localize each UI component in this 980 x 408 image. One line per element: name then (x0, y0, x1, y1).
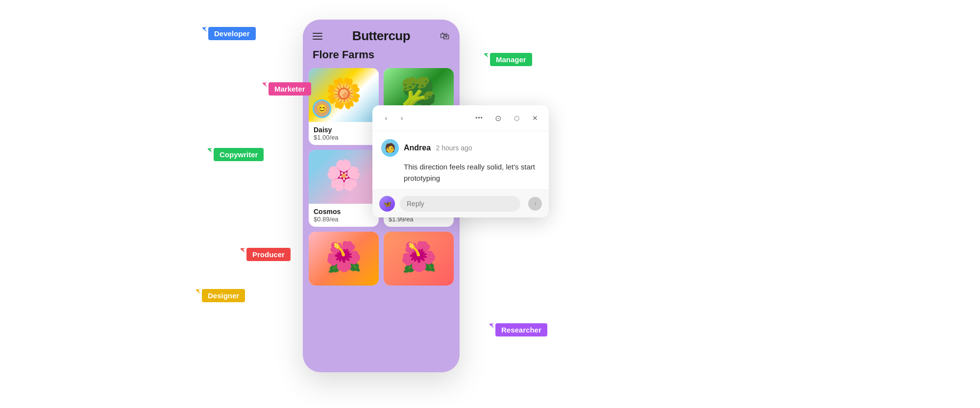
marketer-badge: Marketer (269, 82, 311, 96)
close-button[interactable]: ✕ (528, 111, 542, 125)
marketer-label: Marketer (274, 85, 305, 93)
bag-icon[interactable]: 🛍 (440, 30, 450, 42)
researcher-badge: Researcher (495, 323, 547, 336)
toolbar-navigation: ‹ › (379, 111, 409, 125)
comment-toolbar: ‹ › ••• ⊙ ⬡ ✕ (372, 105, 549, 131)
designer-cursor-icon (196, 288, 203, 295)
comment-author-row: 🧑 Andrea 2 hours ago (381, 139, 540, 157)
svg-marker-6 (490, 322, 496, 329)
comment-timestamp: 2 hours ago (436, 144, 472, 152)
developer-label: Developer (214, 29, 250, 38)
app-title: Buttercup (352, 28, 410, 44)
hamburger-menu[interactable] (313, 33, 322, 40)
comment-author-info: Andrea 2 hours ago (404, 144, 472, 152)
cosmos-image (309, 150, 379, 204)
user-avatar-daisy: 😊 (313, 99, 331, 118)
svg-marker-3 (484, 52, 490, 59)
product-card-daisy[interactable]: 😊 Daisy $1.00/ea (309, 68, 379, 145)
daisy-image: 😊 (309, 68, 379, 122)
comment-text: This direction feels really solid, let's… (404, 162, 540, 184)
product-card-cosmos[interactable]: Cosmos $0.89/ea (309, 150, 379, 227)
producer-badge: Producer (246, 248, 291, 261)
marketer-cursor-icon (263, 81, 270, 88)
svg-marker-2 (208, 147, 214, 154)
researcher-label: Researcher (501, 326, 541, 334)
copywriter-label: Copywriter (220, 150, 258, 159)
comment-body: 🧑 Andrea 2 hours ago This direction feel… (372, 131, 549, 190)
store-name: Flore Farms (303, 48, 460, 68)
reply-input-wrap (400, 196, 520, 212)
svg-marker-0 (202, 26, 209, 33)
comment-author-name: Andrea (404, 144, 431, 152)
cosmos-price: $0.89/ea (314, 216, 374, 223)
reply-user-avatar: 🦋 (379, 196, 395, 212)
send-icon: ↑ (534, 200, 537, 207)
bottom1-image (309, 232, 379, 286)
cosmos-name: Cosmos (314, 208, 374, 216)
reply-input[interactable] (407, 200, 514, 208)
next-button[interactable]: › (395, 111, 409, 125)
reply-area: 🦋 ↑ (372, 190, 549, 217)
more-icon: ••• (475, 115, 483, 121)
resolve-button[interactable]: ⊙ (491, 111, 505, 125)
check-circle-icon: ⊙ (495, 114, 501, 123)
copywriter-cursor-icon (208, 147, 215, 154)
more-options-button[interactable]: ••• (472, 111, 486, 125)
comment-popup: ‹ › ••• ⊙ ⬡ ✕ 🧑 (372, 105, 549, 217)
toolbar-actions: ••• ⊙ ⬡ ✕ (472, 111, 542, 125)
daisy-price: $1.00/ea (314, 134, 374, 141)
developer-cursor-icon (202, 26, 209, 33)
producer-label: Producer (252, 250, 285, 259)
product-card-bottom1[interactable] (309, 232, 379, 286)
designer-badge: Designer (202, 289, 245, 302)
product-card-bottom2[interactable] (384, 232, 454, 286)
export-button[interactable]: ⬡ (510, 111, 523, 125)
export-icon: ⬡ (514, 115, 519, 122)
daisy-info: Daisy $1.00/ea (309, 122, 379, 145)
manager-label: Manager (496, 55, 526, 64)
producer-cursor-icon (241, 247, 247, 254)
prev-button[interactable]: ‹ (379, 111, 393, 125)
send-reply-button[interactable]: ↑ (528, 197, 542, 211)
developer-badge: Developer (208, 27, 256, 40)
bottom2-image (384, 232, 454, 286)
manager-cursor-icon (484, 52, 491, 59)
designer-label: Designer (208, 291, 239, 300)
svg-marker-5 (196, 288, 202, 295)
comment-author-avatar: 🧑 (381, 139, 399, 157)
close-icon: ✕ (532, 114, 538, 122)
chevron-left-icon: ‹ (385, 114, 388, 122)
svg-marker-4 (241, 247, 247, 254)
manager-badge: Manager (490, 53, 532, 66)
copywriter-badge: Copywriter (214, 148, 264, 161)
chevron-right-icon: › (401, 114, 403, 122)
researcher-cursor-icon (490, 322, 496, 329)
daisy-name: Daisy (314, 126, 374, 134)
svg-marker-1 (263, 81, 269, 88)
phone-header: Buttercup 🛍 (303, 20, 460, 48)
cosmos-info: Cosmos $0.89/ea (309, 204, 379, 227)
